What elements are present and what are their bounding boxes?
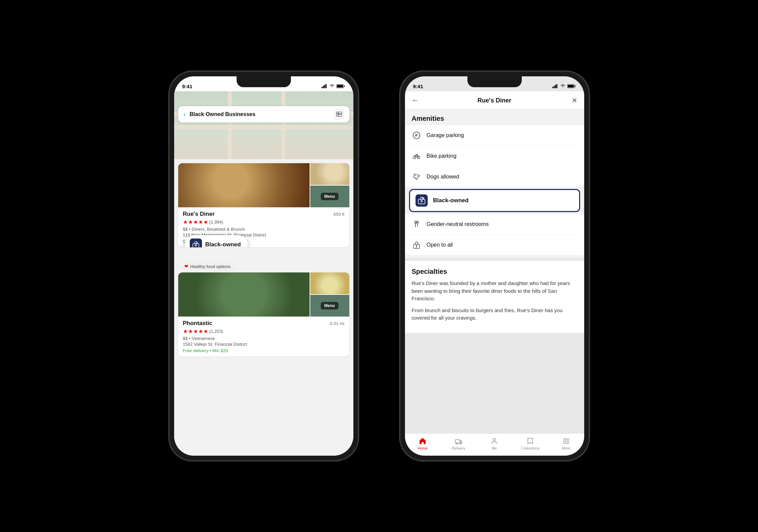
back-button-map[interactable]: ‹ [184,111,186,118]
rating-stars-1: ★ ★ ★ ★ ★ [183,219,208,225]
nav-label-delivery: Delivery [452,446,465,450]
bike-parking-icon [412,151,421,161]
wifi-icon-1 [329,84,335,88]
nav-more[interactable]: More [548,437,584,450]
phone-2: 9:41 [400,71,590,461]
nav-label-home: Home [418,446,428,450]
dogs-allowed-icon [412,172,421,182]
healthy-food-section: ❤ Healthy food options [178,258,349,272]
power-button-2[interactable] [589,153,590,184]
map-road [228,91,232,159]
svg-rect-2 [324,85,325,88]
listing-side-images-2: Menu [310,272,349,317]
wifi-icon-2 [560,84,566,88]
volume-down-button[interactable] [169,167,169,187]
svg-rect-1 [323,86,324,88]
map-view-toggle[interactable] [334,110,344,119]
amenity-black-owned: Black-owned [409,189,580,212]
listing-meta-2: $$ • Vietnamese [183,336,345,341]
svg-rect-16 [555,85,556,88]
specialties-title: Specialties [412,268,577,276]
healthy-badge[interactable]: ❤ Healthy food options [180,262,236,271]
black-owned-icon-p1 [190,239,202,247]
amenity-text-dogs: Dogs allowed [427,174,459,180]
svg-rect-9 [336,114,338,116]
nav-home[interactable]: Home [405,437,441,450]
rating-stars-2: ★ ★ ★ ★ ★ [183,328,208,335]
me-icon [490,437,498,445]
amenity-text-bike: Bike parking [427,153,457,159]
svg-point-26 [415,176,416,176]
listing-images-1: Menu [178,163,349,207]
bottom-navigation: Home Delivery Me [405,433,584,456]
signal-icon-2 [552,84,558,88]
listing-main-image-1 [178,163,310,207]
svg-rect-17 [556,84,557,88]
collections-icon [526,437,534,445]
gender-neutral-icon [412,220,421,229]
map-area[interactable]: COIT TOWER ‹ Black Owned Businesses [174,91,353,159]
listing-name-2: Phontastic [183,320,212,327]
detail-screen: 9:41 [405,76,584,456]
svg-rect-10 [338,114,342,116]
phone-2-screen: 9:41 [405,76,584,456]
svg-rect-15 [554,86,555,88]
svg-rect-20 [568,85,574,88]
power-button[interactable] [358,153,359,184]
listing-list: Menu Rue's Diner 450 ft ★ ★ ★ ★ [174,159,353,456]
nav-label-me: Me [492,446,497,450]
listing-card-phontastic[interactable]: Menu Phontastic 0.01 mi ★ ★ ★ ★ [178,272,349,357]
menu-badge-2[interactable]: Menu [321,302,338,309]
nav-me[interactable]: Me [477,437,513,450]
phone-1: 9:41 [169,71,359,461]
svg-rect-5 [344,86,345,87]
map-title: Black Owned Businesses [190,111,330,117]
amenities-title: Amenities [405,109,584,125]
open-to-all-icon [412,240,421,250]
black-owned-label-p1: Black-owned [205,241,241,247]
specialties-text-2: From brunch and biscuits to burgers and … [412,307,577,322]
svg-rect-7 [336,112,338,114]
amenity-dogs-allowed: Dogs allowed [405,167,584,187]
amenity-text-open: Open to all [427,242,453,248]
battery-icon-2 [567,84,576,88]
nav-delivery[interactable]: Delivery [441,437,477,450]
close-button-detail[interactable]: ✕ [567,96,577,104]
volume-down-button-2[interactable] [400,167,400,187]
svg-rect-0 [321,87,322,88]
svg-point-13 [195,245,197,246]
map-road [281,91,285,159]
volume-up-button[interactable] [169,139,169,160]
listing-distance-1: 450 ft [333,212,345,217]
battery-icon-1 [336,84,345,88]
listing-main-image-2 [178,272,310,317]
amenity-gender-neutral: Gender-neutral restrooms [405,214,584,234]
menu-badge-1[interactable]: Menu [321,193,338,200]
amenity-open-to-all: Open to all [405,235,584,255]
detail-content: Amenities P Garage parking [405,109,584,433]
svg-point-35 [456,443,458,444]
listing-name-1: Rue's Diner [183,211,215,217]
notch [237,76,291,87]
svg-point-30 [414,221,416,223]
status-icons-2 [552,84,576,88]
back-button-detail[interactable]: ← [412,96,422,105]
listing-card-rues-diner[interactable]: Menu Rue's Diner 450 ft ★ ★ ★ ★ [178,163,349,247]
listing-top-image-2 [310,272,349,294]
amenity-text-garage: Garage parking [427,132,464,138]
black-owned-icon-detail [415,194,428,207]
specialties-text-1: Rue's Diner was founded by a mother and … [412,280,577,303]
black-owned-badge-phone1: Black-owned [185,235,248,247]
svg-text:P: P [415,133,418,137]
review-count-1: (1,994) [209,220,223,225]
listing-bottom-image-2: Menu [310,295,349,317]
listing-images-2: Menu [178,272,349,317]
amenities-section: Amenities P Garage parking [405,109,584,258]
svg-point-29 [421,201,422,202]
svg-rect-34 [455,440,460,443]
listing-address-2: 1562 Vallejo St, Financial District [183,342,345,347]
map-road [174,125,353,129]
volume-up-button-2[interactable] [400,139,400,160]
listing-meta-1: $$ • Diners, Breakfast & Brunch [183,227,345,232]
nav-collections[interactable]: Collections [512,437,548,450]
